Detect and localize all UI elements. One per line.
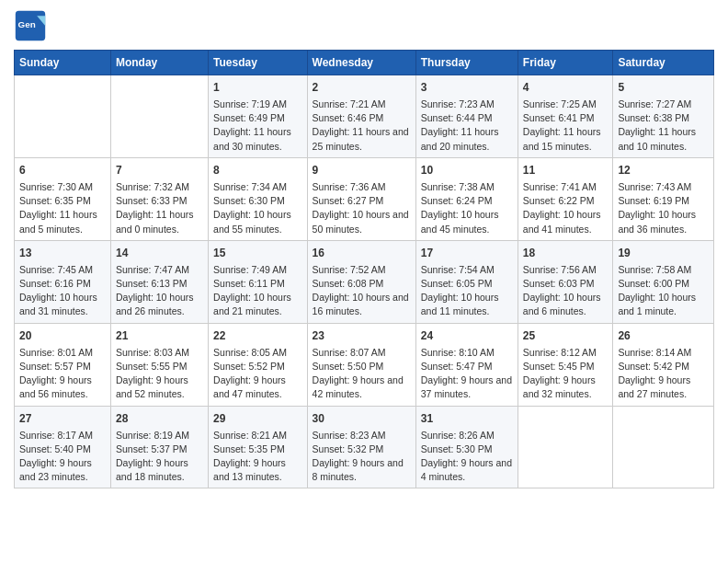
day-number: 7 <box>116 162 203 178</box>
day-number: 19 <box>618 245 709 261</box>
day-cell: 16Sunrise: 7:52 AM Sunset: 6:08 PM Dayli… <box>307 240 415 323</box>
day-number: 10 <box>421 162 513 178</box>
day-cell: 7Sunrise: 7:32 AM Sunset: 6:33 PM Daylig… <box>110 157 208 240</box>
logo: Gen <box>14 9 51 42</box>
col-header-monday: Monday <box>110 51 208 75</box>
day-info: Sunrise: 7:32 AM Sunset: 6:33 PM Dayligh… <box>116 180 203 236</box>
day-number: 24 <box>421 327 513 344</box>
col-header-saturday: Saturday <box>613 51 714 75</box>
day-number: 2 <box>313 79 411 96</box>
day-number: 16 <box>313 245 411 261</box>
day-number: 14 <box>116 245 203 261</box>
day-cell: 26Sunrise: 8:14 AM Sunset: 5:42 PM Dayli… <box>613 323 714 406</box>
day-info: Sunrise: 8:21 AM Sunset: 5:35 PM Dayligh… <box>213 429 302 485</box>
day-cell: 13Sunrise: 7:45 AM Sunset: 6:16 PM Dayli… <box>15 240 111 323</box>
day-info: Sunrise: 7:41 AM Sunset: 6:22 PM Dayligh… <box>523 180 609 236</box>
week-row-4: 20Sunrise: 8:01 AM Sunset: 5:57 PM Dayli… <box>15 323 714 406</box>
day-info: Sunrise: 7:30 AM Sunset: 6:35 PM Dayligh… <box>19 180 106 236</box>
day-info: Sunrise: 7:25 AM Sunset: 6:41 PM Dayligh… <box>523 98 609 154</box>
column-header-row: SundayMondayTuesdayWednesdayThursdayFrid… <box>15 51 714 75</box>
day-cell: 31Sunrise: 8:26 AM Sunset: 5:30 PM Dayli… <box>415 406 518 488</box>
day-number: 21 <box>116 327 203 344</box>
day-cell: 25Sunrise: 8:12 AM Sunset: 5:45 PM Dayli… <box>518 323 613 406</box>
day-info: Sunrise: 7:54 AM Sunset: 6:05 PM Dayligh… <box>421 263 513 319</box>
day-number: 31 <box>421 410 513 427</box>
day-number: 25 <box>523 327 609 344</box>
day-cell: 3Sunrise: 7:23 AM Sunset: 6:44 PM Daylig… <box>415 75 518 158</box>
day-cell: 28Sunrise: 8:19 AM Sunset: 5:37 PM Dayli… <box>110 406 208 488</box>
week-row-1: 1Sunrise: 7:19 AM Sunset: 6:49 PM Daylig… <box>15 75 714 158</box>
day-cell: 14Sunrise: 7:47 AM Sunset: 6:13 PM Dayli… <box>110 240 208 323</box>
day-info: Sunrise: 7:38 AM Sunset: 6:24 PM Dayligh… <box>421 180 513 236</box>
day-number: 27 <box>19 410 106 427</box>
day-info: Sunrise: 8:26 AM Sunset: 5:30 PM Dayligh… <box>421 429 513 485</box>
day-info: Sunrise: 7:45 AM Sunset: 6:16 PM Dayligh… <box>19 263 106 319</box>
day-number: 6 <box>19 162 106 178</box>
day-info: Sunrise: 8:10 AM Sunset: 5:47 PM Dayligh… <box>421 346 513 402</box>
day-cell: 5Sunrise: 7:27 AM Sunset: 6:38 PM Daylig… <box>613 75 714 158</box>
day-cell: 9Sunrise: 7:36 AM Sunset: 6:27 PM Daylig… <box>307 157 415 240</box>
day-info: Sunrise: 7:19 AM Sunset: 6:49 PM Dayligh… <box>213 98 302 154</box>
day-cell: 29Sunrise: 8:21 AM Sunset: 5:35 PM Dayli… <box>209 406 308 488</box>
day-info: Sunrise: 7:21 AM Sunset: 6:46 PM Dayligh… <box>313 98 411 154</box>
col-header-thursday: Thursday <box>415 51 518 75</box>
day-info: Sunrise: 8:19 AM Sunset: 5:37 PM Dayligh… <box>116 429 203 485</box>
day-info: Sunrise: 8:17 AM Sunset: 5:40 PM Dayligh… <box>19 429 106 485</box>
day-info: Sunrise: 8:23 AM Sunset: 5:32 PM Dayligh… <box>313 429 411 485</box>
day-cell: 19Sunrise: 7:58 AM Sunset: 6:00 PM Dayli… <box>613 240 714 323</box>
day-cell: 18Sunrise: 7:56 AM Sunset: 6:03 PM Dayli… <box>518 240 613 323</box>
day-info: Sunrise: 7:23 AM Sunset: 6:44 PM Dayligh… <box>421 98 513 154</box>
logo-icon: Gen <box>14 9 47 42</box>
day-info: Sunrise: 8:12 AM Sunset: 5:45 PM Dayligh… <box>523 346 609 402</box>
day-info: Sunrise: 7:56 AM Sunset: 6:03 PM Dayligh… <box>523 263 609 319</box>
day-cell: 23Sunrise: 8:07 AM Sunset: 5:50 PM Dayli… <box>307 323 415 406</box>
day-number: 23 <box>313 327 411 344</box>
day-cell: 10Sunrise: 7:38 AM Sunset: 6:24 PM Dayli… <box>415 157 518 240</box>
svg-text:Gen: Gen <box>18 19 36 29</box>
day-cell: 6Sunrise: 7:30 AM Sunset: 6:35 PM Daylig… <box>15 157 111 240</box>
day-cell <box>518 406 613 488</box>
day-number: 22 <box>213 327 302 344</box>
day-cell <box>613 406 714 488</box>
day-cell: 21Sunrise: 8:03 AM Sunset: 5:55 PM Dayli… <box>110 323 208 406</box>
day-number: 5 <box>618 79 709 96</box>
day-cell: 27Sunrise: 8:17 AM Sunset: 5:40 PM Dayli… <box>15 406 111 488</box>
day-info: Sunrise: 8:05 AM Sunset: 5:52 PM Dayligh… <box>213 346 302 402</box>
col-header-tuesday: Tuesday <box>209 51 308 75</box>
day-info: Sunrise: 8:14 AM Sunset: 5:42 PM Dayligh… <box>618 346 709 402</box>
week-row-5: 27Sunrise: 8:17 AM Sunset: 5:40 PM Dayli… <box>15 406 714 488</box>
day-number: 18 <box>523 245 609 261</box>
day-info: Sunrise: 8:07 AM Sunset: 5:50 PM Dayligh… <box>313 346 411 402</box>
day-number: 8 <box>213 162 302 178</box>
col-header-sunday: Sunday <box>15 51 111 75</box>
day-info: Sunrise: 7:52 AM Sunset: 6:08 PM Dayligh… <box>313 263 411 319</box>
day-cell: 22Sunrise: 8:05 AM Sunset: 5:52 PM Dayli… <box>209 323 308 406</box>
day-cell: 2Sunrise: 7:21 AM Sunset: 6:46 PM Daylig… <box>307 75 415 158</box>
day-cell: 11Sunrise: 7:41 AM Sunset: 6:22 PM Dayli… <box>518 157 613 240</box>
day-cell: 17Sunrise: 7:54 AM Sunset: 6:05 PM Dayli… <box>415 240 518 323</box>
day-number: 30 <box>313 410 411 427</box>
day-cell <box>15 75 111 158</box>
day-number: 9 <box>313 162 411 178</box>
day-number: 26 <box>618 327 709 344</box>
day-number: 13 <box>19 245 106 261</box>
day-cell: 20Sunrise: 8:01 AM Sunset: 5:57 PM Dayli… <box>15 323 111 406</box>
day-info: Sunrise: 7:36 AM Sunset: 6:27 PM Dayligh… <box>313 180 411 236</box>
calendar-table: SundayMondayTuesdayWednesdayThursdayFrid… <box>14 50 714 488</box>
day-number: 15 <box>213 245 302 261</box>
day-cell: 24Sunrise: 8:10 AM Sunset: 5:47 PM Dayli… <box>415 323 518 406</box>
col-header-wednesday: Wednesday <box>307 51 415 75</box>
day-info: Sunrise: 7:58 AM Sunset: 6:00 PM Dayligh… <box>618 263 709 319</box>
day-number: 28 <box>116 410 203 427</box>
day-info: Sunrise: 7:27 AM Sunset: 6:38 PM Dayligh… <box>618 98 709 154</box>
page-header: Gen <box>14 9 714 42</box>
day-number: 20 <box>19 327 106 344</box>
day-info: Sunrise: 8:03 AM Sunset: 5:55 PM Dayligh… <box>116 346 203 402</box>
day-info: Sunrise: 7:43 AM Sunset: 6:19 PM Dayligh… <box>618 180 709 236</box>
day-number: 29 <box>213 410 302 427</box>
day-cell: 15Sunrise: 7:49 AM Sunset: 6:11 PM Dayli… <box>209 240 308 323</box>
day-number: 3 <box>421 79 513 96</box>
day-number: 4 <box>523 79 609 96</box>
day-number: 1 <box>213 79 302 96</box>
day-number: 12 <box>618 162 709 178</box>
